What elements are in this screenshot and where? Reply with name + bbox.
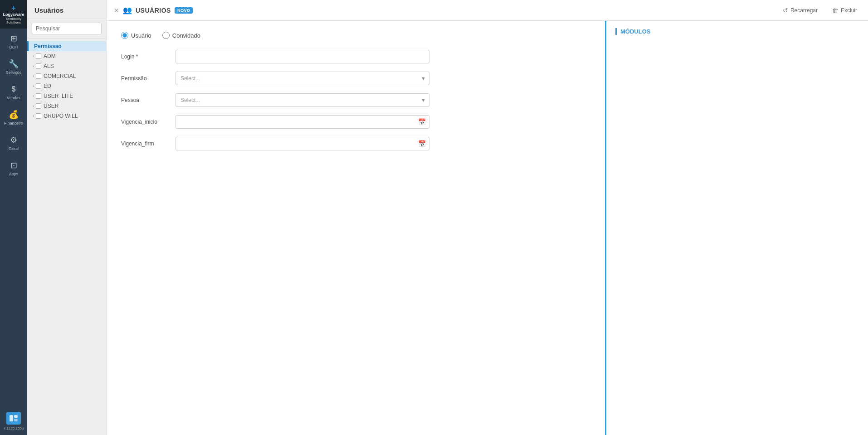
sidebar-item-geral[interactable]: ⚙ Geral [0,130,27,155]
login-row: Login * [121,50,590,63]
chevron-comercial: › [33,74,34,78]
checkbox-grupo-will[interactable] [36,113,41,119]
checkbox-comercial[interactable] [36,73,41,79]
vigencia-inicio-control: 📅 [176,115,429,129]
sidebar-label-financeiro: Financeiro [4,121,23,126]
svg-rect-2 [14,419,18,421]
reload-button[interactable]: ↺ Recarregar [779,5,821,16]
checkbox-ed[interactable] [36,83,41,89]
close-button[interactable]: ✕ [114,7,119,14]
checkbox-user-lite[interactable] [36,93,41,99]
login-input[interactable] [176,50,429,63]
pessoa-label-field: Pessoa [121,97,176,103]
nav-panel: Usuários Permissao › ADM › ALS › COMERCI… [27,0,107,435]
permissao-control: Select... ▼ [176,72,429,85]
main-content: ✕ 👥 USUÁRIOS NOVO ↺ Recarregar 🗑 Excluir [107,0,868,435]
vigencia-fim-control: 📅 [176,137,429,150]
chevron-ed: › [33,84,34,88]
label-grupo-will: GRUPO WILL [44,113,78,119]
topbar: ✕ 👥 USUÁRIOS NOVO ↺ Recarregar 🗑 Excluir [107,0,868,21]
vigencia-inicio-input[interactable] [176,115,429,129]
nav-section-permissao: Permissao › ADM › ALS › COMERCIAL › ED ›… [27,39,106,124]
svg-rect-0 [10,415,13,421]
topbar-right: ↺ Recarregar 🗑 Excluir [779,5,861,16]
permissao-select[interactable]: Select... [176,72,429,85]
chevron-adm: › [33,54,34,58]
vigencia-inicio-row: Vigencia_inicio 📅 [121,115,590,129]
novo-badge: NOVO [175,7,193,14]
label-user: USER [44,103,59,109]
nav-item-user-lite[interactable]: › USER_LITE [27,91,106,101]
nav-search-area [27,19,106,39]
topbar-left: ✕ 👥 USUÁRIOS NOVO [114,6,193,14]
apps-icon: ⊡ [7,160,20,171]
permissao-row: Permissão Select... ▼ [121,72,590,85]
pessoa-select[interactable]: Select... [176,93,429,107]
nav-item-ed[interactable]: › ED [27,81,106,91]
chevron-grupo-will: › [33,114,34,118]
login-control [176,50,429,63]
nav-item-user[interactable]: › USER [27,101,106,111]
label-user-lite: USER_LITE [44,93,73,99]
radio-convidado[interactable] [162,32,170,39]
search-input[interactable] [32,23,102,34]
logo: + Logycware Credibility Solutions [0,0,27,29]
chevron-als: › [33,64,34,68]
nav-item-comercial[interactable]: › COMERCIAL [27,71,106,81]
checkbox-als[interactable] [36,63,41,69]
radio-usuario-text: Usuário [131,32,151,39]
users-icon: 👥 [123,6,132,14]
sidebar-item-ooh[interactable]: ⊞ OOH [0,29,27,54]
logo-sub: Credibility Solutions [3,17,24,25]
label-comercial: COMERCIAL [44,73,76,79]
nav-item-als[interactable]: › ALS [27,61,106,71]
label-adm: ADM [44,53,56,59]
financeiro-icon: 💰 [7,109,20,120]
nav-item-permissao[interactable]: Permissao [27,41,106,51]
geral-icon: ⚙ [7,135,20,145]
sidebar-item-apps[interactable]: ⊡ Apps [0,155,27,181]
checkbox-adm[interactable] [36,53,41,59]
permissao-label-field: Permissão [121,75,176,82]
version-label: 4.1125.155d [4,426,24,430]
user-type-radio-group: Usuário Convidado [121,32,590,39]
nav-item-grupo-will[interactable]: › GRUPO WILL [27,111,106,121]
sidebar-item-financeiro[interactable]: 💰 Financeiro [0,105,27,130]
radio-convidado-label[interactable]: Convidado [162,32,200,39]
form-area: Usuário Convidado Login * Permissão [107,21,868,435]
trash-icon: 🗑 [832,7,839,14]
logo-name: Logycware [3,12,24,17]
nav-item-adm[interactable]: › ADM [27,51,106,61]
page-title: USUÁRIOS [136,7,171,14]
sidebar-item-servicos[interactable]: 🔧 Serviços [0,54,27,79]
modulos-panel: MÓDULOS [605,21,868,435]
svg-rect-1 [14,415,18,418]
chevron-user: › [33,104,34,108]
form-left: Usuário Convidado Login * Permissão [107,21,605,435]
sidebar-label-servicos: Serviços [6,70,22,75]
vigencia-inicio-label: Vigencia_inicio [121,119,176,125]
vigencia-fim-input[interactable] [176,137,429,150]
vendas-icon: $ [7,84,20,95]
reload-label: Recarregar [790,7,818,14]
delete-label: Excluir [841,7,857,14]
calendar-fim-icon[interactable]: 📅 [418,140,426,147]
permissao-label: Permissao [34,43,62,49]
bottom-logo [6,412,21,425]
pessoa-row: Pessoa Select... ▼ [121,93,590,107]
label-als: ALS [44,63,54,69]
radio-usuario-label[interactable]: Usuário [121,32,151,39]
sidebar-label-apps: Apps [9,172,19,176]
vigencia-fim-row: Vigencia_firm 📅 [121,137,590,150]
checkbox-user[interactable] [36,103,41,109]
sidebar-item-vendas[interactable]: $ Vendas [0,79,27,105]
radio-usuario[interactable] [121,32,128,39]
sidebar-label-vendas: Vendas [7,96,20,100]
calendar-inicio-icon[interactable]: 📅 [418,118,426,126]
sidebar-bottom: 4.1125.155d [2,407,26,435]
modulos-title: MÓDULOS [615,28,859,35]
sidebar-label-ooh: OOH [9,45,19,49]
vigencia-fim-label: Vigencia_firm [121,140,176,147]
delete-button[interactable]: 🗑 Excluir [829,5,861,16]
nav-panel-title: Usuários [27,0,106,19]
